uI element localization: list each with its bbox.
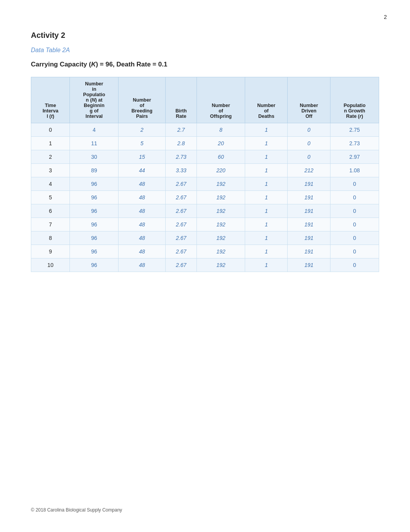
- col-header-time: TimeInterval (t): [31, 77, 70, 123]
- table-row: 896482.6719211910: [31, 231, 379, 245]
- table-row: 996482.6719211910: [31, 245, 379, 258]
- activity-title: Activity 2: [31, 31, 379, 40]
- table-row: 389443.3322012121.08: [31, 164, 379, 177]
- footer-text: © 2018 Carolina Biological Supply Compan…: [31, 507, 122, 513]
- col-header-pgr: Population GrowthRate (r): [330, 77, 379, 123]
- col-header-population: NumberinPopulation (N) atBeginning ofInt…: [70, 77, 119, 123]
- table-row: 796482.6719211910: [31, 218, 379, 231]
- table-row: 0422.78102.75: [31, 123, 379, 137]
- table-row: 11152.820102.73: [31, 137, 379, 150]
- table-row: 230152.7360102.97: [31, 150, 379, 164]
- data-table: TimeInterval (t) NumberinPopulation (N) …: [31, 77, 379, 272]
- page-number: 2: [384, 14, 387, 20]
- table-row: 496482.6719211910: [31, 177, 379, 191]
- col-header-deaths: NumberofDeaths: [245, 77, 288, 123]
- table-row: 1096482.6719211910: [31, 258, 379, 272]
- table-row: 696482.6719211910: [31, 204, 379, 218]
- col-header-birthrate: BirthRate: [166, 77, 197, 123]
- col-header-breeding: NumberofBreedingPairs: [119, 77, 166, 123]
- table-row: 596482.6719211910: [31, 191, 379, 204]
- col-header-driven: NumberDrivenOff: [288, 77, 330, 123]
- col-header-offspring: NumberofOffspring: [197, 77, 245, 123]
- data-table-label: Data Table 2A: [31, 47, 379, 54]
- capacity-heading: Carrying Capacity (K) = 96, Death Rate =…: [31, 61, 379, 68]
